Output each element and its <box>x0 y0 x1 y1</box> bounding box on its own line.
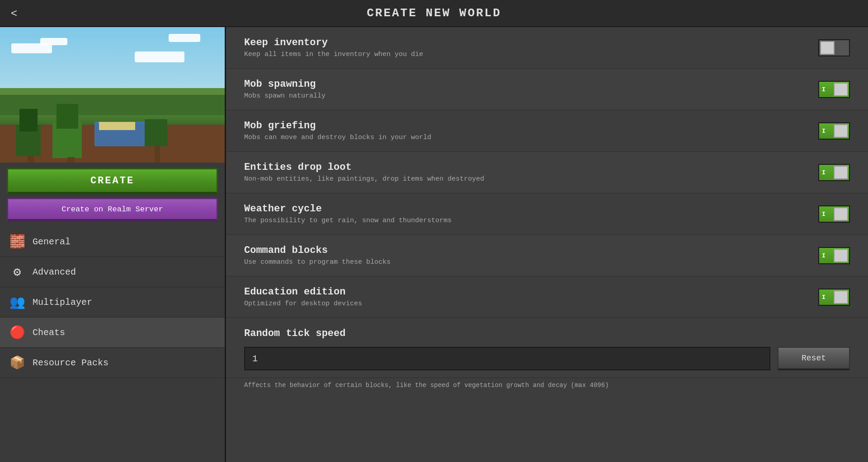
setting-command-blocks: Command blocks Use commands to program t… <box>226 235 868 276</box>
sidebar-item-cheats[interactable]: 🔴 Cheats <box>0 317 225 348</box>
setting-info: Keep inventory Keep all items in the inv… <box>244 37 818 58</box>
setting-name: Mob griefing <box>244 120 818 131</box>
toggle-label: I <box>822 169 826 176</box>
main-layout: CREATE Create on Realm Server 🧱 General … <box>0 27 868 462</box>
toggle-label: I <box>822 252 826 259</box>
page-title: CREATE NEW WORLD <box>367 6 501 20</box>
sidebar-item-general[interactable]: 🧱 General <box>0 227 225 257</box>
back-button[interactable]: < <box>11 7 17 19</box>
sidebar: CREATE Create on Realm Server 🧱 General … <box>0 27 226 462</box>
setting-name: Random tick speed <box>244 328 850 339</box>
setting-info: Mob griefing Mobs can move and destroy b… <box>244 120 818 141</box>
setting-name: Education edition <box>244 286 818 298</box>
setting-info: Entities drop loot Non-mob entities, lik… <box>244 162 818 183</box>
setting-desc: Mobs can move and destroy blocks in your… <box>244 134 818 141</box>
mob-spawning-toggle[interactable]: I <box>818 81 850 98</box>
multiplayer-icon: 👥 <box>9 294 25 310</box>
resource-packs-icon: 📦 <box>9 355 25 370</box>
reset-button[interactable]: Reset <box>778 347 850 370</box>
toggle-label: I <box>822 127 826 134</box>
setting-desc: The possibility to get rain, snow and th… <box>244 217 818 224</box>
setting-desc: Mobs spawn naturally <box>244 92 818 100</box>
setting-info: Command blocks Use commands to program t… <box>244 245 818 266</box>
advanced-icon: ⚙️ <box>9 264 25 280</box>
realm-server-button[interactable]: Create on Realm Server <box>7 198 218 221</box>
sidebar-item-label: Advanced <box>33 267 76 277</box>
setting-name: Command blocks <box>244 245 818 256</box>
create-button[interactable]: CREATE <box>7 168 218 194</box>
tick-speed-input[interactable] <box>244 347 770 370</box>
setting-name: Entities drop loot <box>244 162 818 173</box>
toggle-knob <box>834 83 848 96</box>
setting-info: Weather cycle The possibility to get rai… <box>244 203 818 224</box>
toggle-label: I <box>822 294 826 300</box>
sidebar-item-label: General <box>33 237 71 247</box>
setting-education-edition: Education edition Optimized for desktop … <box>226 276 868 318</box>
toggle-label: I <box>822 86 826 93</box>
setting-weather-cycle: Weather cycle The possibility to get rai… <box>226 193 868 235</box>
setting-info: Mob spawning Mobs spawn naturally <box>244 79 818 100</box>
setting-entities-drop-loot: Entities drop loot Non-mob entities, lik… <box>226 152 868 193</box>
toggle-knob <box>820 41 835 55</box>
setting-desc: Optimized for desktop devices <box>244 300 818 308</box>
setting-random-tick-speed: Random tick speed Reset <box>226 318 868 378</box>
mob-griefing-toggle[interactable]: I <box>818 122 850 140</box>
sidebar-item-advanced[interactable]: ⚙️ Advanced <box>0 257 225 287</box>
command-blocks-toggle[interactable]: I <box>818 247 850 264</box>
setting-info: Education edition Optimized for desktop … <box>244 286 818 308</box>
education-edition-toggle[interactable]: I <box>818 289 850 306</box>
toggle-knob <box>834 290 848 304</box>
toggle-knob <box>834 166 848 179</box>
toggle-knob <box>834 207 848 221</box>
cheats-icon: 🔴 <box>9 325 25 340</box>
keep-inventory-toggle[interactable]: I <box>818 39 850 56</box>
sidebar-item-resource-packs[interactable]: 📦 Resource Packs <box>0 348 225 378</box>
content-panel: Keep inventory Keep all items in the inv… <box>226 27 868 462</box>
entities-drop-loot-toggle[interactable]: I <box>818 164 850 181</box>
setting-name: Keep inventory <box>244 37 818 48</box>
setting-desc: Keep all items in the inventory when you… <box>244 51 818 58</box>
setting-keep-inventory: Keep inventory Keep all items in the inv… <box>226 27 868 69</box>
weather-cycle-toggle[interactable]: I <box>818 205 850 223</box>
sidebar-item-label: Cheats <box>33 327 65 338</box>
sidebar-item-label: Multiplayer <box>33 297 92 308</box>
tick-speed-note: Affects the behavior of certain blocks, … <box>226 378 868 396</box>
toggle-label: I <box>822 210 826 217</box>
setting-mob-spawning: Mob spawning Mobs spawn naturally I <box>226 69 868 110</box>
general-icon: 🧱 <box>9 234 25 249</box>
setting-name: Weather cycle <box>244 203 818 215</box>
world-thumbnail <box>0 27 225 163</box>
sidebar-item-multiplayer[interactable]: 👥 Multiplayer <box>0 287 225 317</box>
input-row: Reset <box>244 347 850 370</box>
toggle-knob <box>834 124 848 138</box>
setting-desc: Use commands to program these blocks <box>244 258 818 266</box>
header: < CREATE NEW WORLD <box>0 0 868 27</box>
setting-name: Mob spawning <box>244 79 818 90</box>
sidebar-item-label: Resource Packs <box>33 358 108 368</box>
setting-mob-griefing: Mob griefing Mobs can move and destroy b… <box>226 110 868 152</box>
setting-desc: Non-mob entities, like paintings, drop i… <box>244 175 818 183</box>
toggle-knob <box>834 249 848 262</box>
